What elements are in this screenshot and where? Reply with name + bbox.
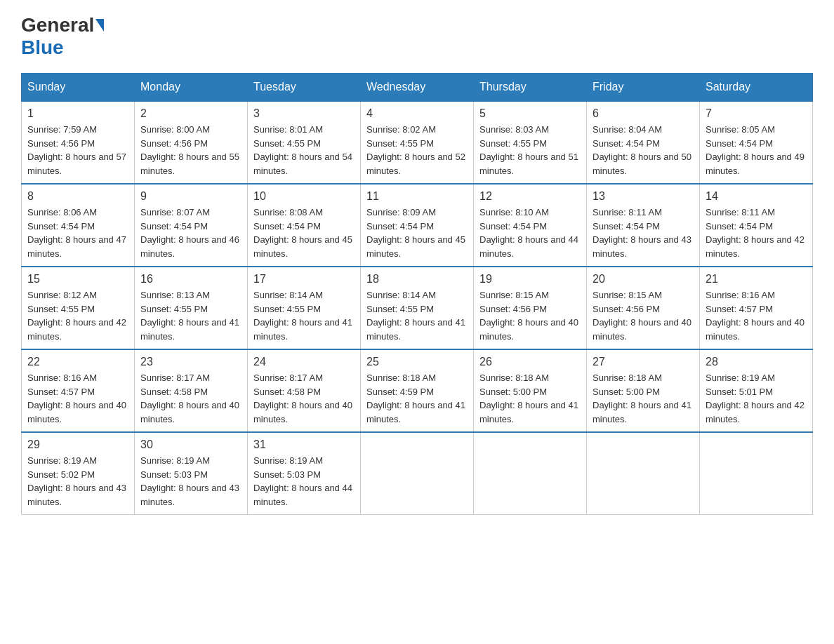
- calendar-day-cell: 21Sunrise: 8:16 AMSunset: 4:57 PMDayligh…: [700, 267, 813, 349]
- day-info: Sunrise: 8:17 AMSunset: 4:58 PMDaylight:…: [253, 371, 355, 426]
- calendar-day-cell: 19Sunrise: 8:15 AMSunset: 4:56 PMDayligh…: [474, 267, 587, 349]
- calendar-day-cell: 20Sunrise: 8:15 AMSunset: 4:56 PMDayligh…: [587, 267, 700, 349]
- calendar-day-cell: 5Sunrise: 8:03 AMSunset: 4:55 PMDaylight…: [474, 101, 587, 184]
- day-info: Sunrise: 8:12 AMSunset: 4:55 PMDaylight:…: [27, 288, 128, 343]
- day-of-week-header: Sunday: [22, 74, 135, 102]
- calendar-header-row: SundayMondayTuesdayWednesdayThursdayFrid…: [22, 74, 813, 102]
- day-number: 26: [479, 356, 581, 368]
- page-header: General Blue: [21, 14, 813, 59]
- calendar-day-cell: 22Sunrise: 8:16 AMSunset: 4:57 PMDayligh…: [22, 349, 135, 432]
- day-number: 8: [27, 190, 128, 203]
- day-number: 7: [706, 107, 807, 120]
- day-number: 3: [253, 107, 355, 120]
- day-info: Sunrise: 8:19 AMSunset: 5:03 PMDaylight:…: [253, 454, 355, 509]
- day-number: 20: [593, 273, 694, 286]
- logo: General Blue: [21, 14, 105, 59]
- calendar-day-cell: 8Sunrise: 8:06 AMSunset: 4:54 PMDaylight…: [22, 184, 135, 267]
- calendar-table: SundayMondayTuesdayWednesdayThursdayFrid…: [21, 73, 813, 515]
- day-number: 6: [593, 107, 694, 120]
- logo-blue-text: Blue: [21, 36, 64, 58]
- day-info: Sunrise: 8:11 AMSunset: 4:54 PMDaylight:…: [593, 206, 694, 260]
- calendar-day-cell: [474, 432, 587, 515]
- calendar-day-cell: 7Sunrise: 8:05 AMSunset: 4:54 PMDaylight…: [700, 101, 813, 184]
- calendar-day-cell: 6Sunrise: 8:04 AMSunset: 4:54 PMDaylight…: [587, 101, 700, 184]
- day-info: Sunrise: 8:19 AMSunset: 5:03 PMDaylight:…: [140, 454, 241, 509]
- day-info: Sunrise: 8:11 AMSunset: 4:54 PMDaylight:…: [706, 206, 807, 260]
- day-number: 1: [27, 107, 128, 120]
- calendar-day-cell: 28Sunrise: 8:19 AMSunset: 5:01 PMDayligh…: [700, 349, 813, 432]
- calendar-week-row: 29Sunrise: 8:19 AMSunset: 5:02 PMDayligh…: [22, 432, 813, 515]
- day-info: Sunrise: 8:17 AMSunset: 4:58 PMDaylight:…: [140, 371, 241, 426]
- calendar-day-cell: 31Sunrise: 8:19 AMSunset: 5:03 PMDayligh…: [248, 432, 361, 515]
- day-of-week-header: Tuesday: [248, 74, 361, 102]
- day-number: 9: [140, 190, 241, 203]
- day-number: 11: [366, 190, 468, 203]
- day-number: 27: [593, 356, 694, 368]
- day-info: Sunrise: 8:05 AMSunset: 4:54 PMDaylight:…: [706, 123, 807, 177]
- calendar-day-cell: 15Sunrise: 8:12 AMSunset: 4:55 PMDayligh…: [22, 267, 135, 349]
- calendar-day-cell: 9Sunrise: 8:07 AMSunset: 4:54 PMDaylight…: [135, 184, 248, 267]
- day-info: Sunrise: 8:16 AMSunset: 4:57 PMDaylight:…: [706, 288, 807, 343]
- calendar-day-cell: 26Sunrise: 8:18 AMSunset: 5:00 PMDayligh…: [474, 349, 587, 432]
- day-info: Sunrise: 8:03 AMSunset: 4:55 PMDaylight:…: [479, 123, 581, 177]
- day-number: 4: [366, 107, 468, 120]
- day-of-week-header: Wednesday: [361, 74, 474, 102]
- calendar-day-cell: 16Sunrise: 8:13 AMSunset: 4:55 PMDayligh…: [135, 267, 248, 349]
- calendar-week-row: 22Sunrise: 8:16 AMSunset: 4:57 PMDayligh…: [22, 349, 813, 432]
- calendar-day-cell: 27Sunrise: 8:18 AMSunset: 5:00 PMDayligh…: [587, 349, 700, 432]
- day-info: Sunrise: 7:59 AMSunset: 4:56 PMDaylight:…: [27, 123, 128, 177]
- calendar-day-cell: 12Sunrise: 8:10 AMSunset: 4:54 PMDayligh…: [474, 184, 587, 267]
- day-number: 16: [140, 273, 241, 286]
- day-of-week-header: Friday: [587, 74, 700, 102]
- day-number: 19: [479, 273, 581, 286]
- day-info: Sunrise: 8:07 AMSunset: 4:54 PMDaylight:…: [140, 206, 241, 260]
- calendar-week-row: 1Sunrise: 7:59 AMSunset: 4:56 PMDaylight…: [22, 101, 813, 184]
- day-number: 18: [366, 273, 468, 286]
- day-info: Sunrise: 8:13 AMSunset: 4:55 PMDaylight:…: [140, 288, 241, 343]
- calendar-day-cell: [700, 432, 813, 515]
- day-number: 29: [27, 438, 128, 451]
- day-of-week-header: Monday: [135, 74, 248, 102]
- day-info: Sunrise: 8:02 AMSunset: 4:55 PMDaylight:…: [366, 123, 468, 177]
- day-number: 23: [140, 356, 241, 368]
- calendar-day-cell: 1Sunrise: 7:59 AMSunset: 4:56 PMDaylight…: [22, 101, 135, 184]
- calendar-week-row: 8Sunrise: 8:06 AMSunset: 4:54 PMDaylight…: [22, 184, 813, 267]
- day-number: 17: [253, 273, 355, 286]
- day-number: 30: [140, 438, 241, 451]
- day-info: Sunrise: 8:10 AMSunset: 4:54 PMDaylight:…: [479, 206, 581, 260]
- day-info: Sunrise: 8:16 AMSunset: 4:57 PMDaylight:…: [27, 371, 128, 426]
- day-info: Sunrise: 8:01 AMSunset: 4:55 PMDaylight:…: [253, 123, 355, 177]
- day-number: 22: [27, 356, 128, 368]
- day-number: 15: [27, 273, 128, 286]
- day-of-week-header: Thursday: [474, 74, 587, 102]
- day-info: Sunrise: 8:18 AMSunset: 5:00 PMDaylight:…: [479, 371, 581, 426]
- day-number: 10: [253, 190, 355, 203]
- day-info: Sunrise: 8:19 AMSunset: 5:02 PMDaylight:…: [27, 454, 128, 509]
- calendar-day-cell: 4Sunrise: 8:02 AMSunset: 4:55 PMDaylight…: [361, 101, 474, 184]
- calendar-day-cell: 14Sunrise: 8:11 AMSunset: 4:54 PMDayligh…: [700, 184, 813, 267]
- day-info: Sunrise: 8:15 AMSunset: 4:56 PMDaylight:…: [479, 288, 581, 343]
- calendar-day-cell: 2Sunrise: 8:00 AMSunset: 4:56 PMDaylight…: [135, 101, 248, 184]
- day-number: 25: [366, 356, 468, 368]
- calendar-day-cell: 10Sunrise: 8:08 AMSunset: 4:54 PMDayligh…: [248, 184, 361, 267]
- day-number: 12: [479, 190, 581, 203]
- calendar-day-cell: 24Sunrise: 8:17 AMSunset: 4:58 PMDayligh…: [248, 349, 361, 432]
- calendar-day-cell: 30Sunrise: 8:19 AMSunset: 5:03 PMDayligh…: [135, 432, 248, 515]
- calendar-week-row: 15Sunrise: 8:12 AMSunset: 4:55 PMDayligh…: [22, 267, 813, 349]
- day-number: 28: [706, 356, 807, 368]
- calendar-day-cell: 3Sunrise: 8:01 AMSunset: 4:55 PMDaylight…: [248, 101, 361, 184]
- calendar-day-cell: 13Sunrise: 8:11 AMSunset: 4:54 PMDayligh…: [587, 184, 700, 267]
- day-info: Sunrise: 8:14 AMSunset: 4:55 PMDaylight:…: [253, 288, 355, 343]
- day-info: Sunrise: 8:00 AMSunset: 4:56 PMDaylight:…: [140, 123, 241, 177]
- day-number: 24: [253, 356, 355, 368]
- day-info: Sunrise: 8:04 AMSunset: 4:54 PMDaylight:…: [593, 123, 694, 177]
- day-info: Sunrise: 8:08 AMSunset: 4:54 PMDaylight:…: [253, 206, 355, 260]
- calendar-day-cell: 17Sunrise: 8:14 AMSunset: 4:55 PMDayligh…: [248, 267, 361, 349]
- day-info: Sunrise: 8:18 AMSunset: 4:59 PMDaylight:…: [366, 371, 468, 426]
- day-number: 14: [706, 190, 807, 203]
- day-number: 2: [140, 107, 241, 120]
- day-info: Sunrise: 8:14 AMSunset: 4:55 PMDaylight:…: [366, 288, 468, 343]
- day-number: 21: [706, 273, 807, 286]
- calendar-day-cell: 29Sunrise: 8:19 AMSunset: 5:02 PMDayligh…: [22, 432, 135, 515]
- calendar-day-cell: [361, 432, 474, 515]
